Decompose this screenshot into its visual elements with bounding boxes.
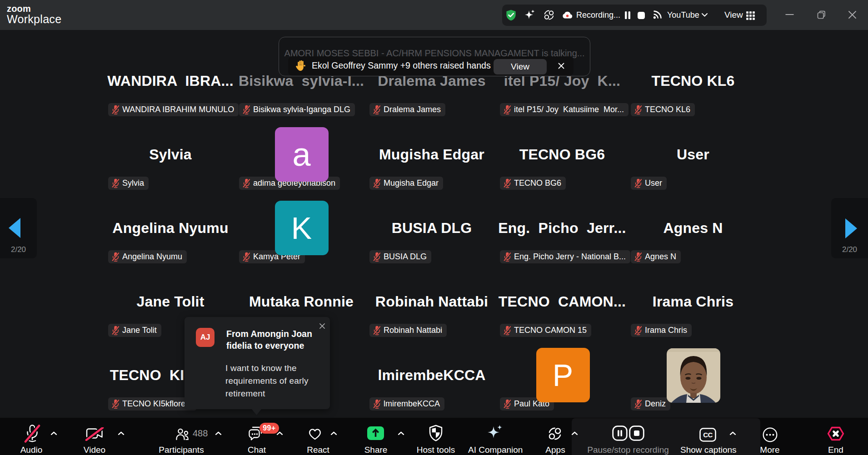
svg-text:CC: CC: [703, 431, 713, 439]
